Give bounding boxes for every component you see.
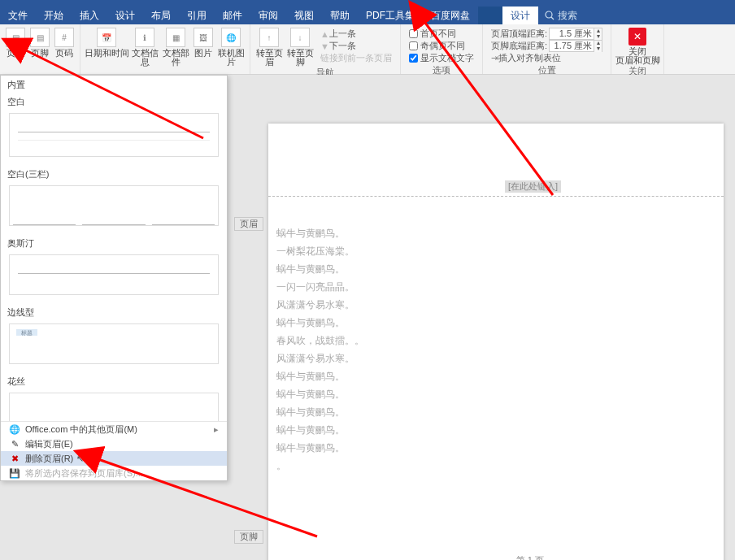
tab-mailings[interactable]: 邮件 bbox=[215, 7, 250, 24]
link-previous-button[interactable]: 链接到前一条页眉 bbox=[320, 52, 392, 64]
docinfo-icon: ℹ bbox=[135, 28, 154, 47]
next-label: 下一条 bbox=[329, 40, 356, 52]
goto-footer-icon: ↓ bbox=[290, 28, 310, 47]
gallery-category-builtin: 内置 bbox=[1, 76, 227, 93]
goto-footer-button[interactable]: ↓ 转至页脚 bbox=[285, 26, 315, 67]
header-button[interactable]: ▤ 页眉 bbox=[3, 26, 28, 58]
tab-file[interactable]: 文件 bbox=[0, 7, 36, 24]
group-position: 页眉顶端距离: 1.5 厘米▴▾ 页脚底端距离: 1.75 厘米▴▾ ⇥ 插入对… bbox=[483, 24, 611, 74]
pagenum-button[interactable]: # 页码 bbox=[52, 26, 76, 58]
insert-align-tab-button[interactable]: ⇥ 插入对齐制表位 bbox=[491, 52, 602, 64]
tab-design[interactable]: 设计 bbox=[107, 7, 143, 24]
tab-headerfooter-design[interactable]: 设计 bbox=[502, 7, 538, 24]
body-line: 蜗牛与黄鹂鸟。 bbox=[276, 314, 364, 332]
group-close: ✕ 关闭页眉和页脚 关闭 bbox=[611, 24, 664, 74]
gallery-item-whisp[interactable] bbox=[9, 393, 219, 421]
save-icon: 💾 bbox=[9, 468, 20, 479]
different-oddeven-checkbox[interactable]: 奇偶页不同 bbox=[409, 40, 474, 52]
document-body: 蜗牛与黄鹂鸟。 一树梨花压海棠。 蜗牛与黄鹂鸟。 一闪一闪亮晶晶。 风潇潇兮易水… bbox=[276, 224, 364, 475]
footer-distance-row: 页脚底端距离: 1.75 厘米▴▾ bbox=[491, 40, 602, 52]
tab-insert[interactable]: 插入 bbox=[72, 7, 107, 24]
onlinepic-icon: 🌐 bbox=[221, 28, 241, 47]
gallery-item-austin[interactable] bbox=[9, 254, 219, 295]
pagenum-icon: # bbox=[54, 28, 74, 47]
body-line: 一闪一闪亮晶晶。 bbox=[276, 278, 364, 296]
tab-layout[interactable]: 布局 bbox=[143, 7, 179, 24]
goto-footer-label: 转至页脚 bbox=[285, 49, 315, 67]
docparts-icon: ▦ bbox=[166, 28, 185, 47]
group-options: 首页不同 奇偶页不同 显示文档文字 选项 bbox=[401, 24, 483, 74]
footer-button[interactable]: ▤ 页脚 bbox=[28, 26, 52, 58]
gallery-item-sideline[interactable]: 标题 bbox=[9, 323, 219, 364]
show-doctext-checkbox[interactable]: 显示文档文字 bbox=[409, 52, 474, 64]
tab-help[interactable]: 帮助 bbox=[322, 7, 358, 24]
tab-home[interactable]: 开始 bbox=[36, 7, 72, 24]
diff-first-label: 首页不同 bbox=[420, 28, 456, 40]
header-gallery-dropdown: 内置 空白 空白(三栏) 奥斯汀 边线型 标题 花丝 怀旧 🌐 Office.c… bbox=[0, 75, 228, 481]
datetime-icon: 📅 bbox=[97, 28, 116, 47]
datetime-button[interactable]: 📅 日期和时间 bbox=[84, 26, 129, 58]
goto-header-icon: ↑ bbox=[259, 28, 279, 47]
prev-section-button[interactable]: ▲ 上一条 bbox=[320, 28, 392, 40]
footer-distance-input[interactable]: 1.75 厘米▴▾ bbox=[549, 40, 602, 52]
gallery-category-blank3: 空白(三栏) bbox=[1, 165, 227, 182]
remove-header[interactable]: ✖ 删除页眉(R) ↖ bbox=[1, 451, 227, 466]
svg-line-1 bbox=[551, 17, 554, 20]
onlinepic-button[interactable]: 🌐 联机图片 bbox=[215, 26, 246, 67]
tab-references[interactable]: 引用 bbox=[179, 7, 215, 24]
header-distance-input[interactable]: 1.5 厘米▴▾ bbox=[549, 28, 602, 40]
close-headerfooter-button[interactable]: ✕ 关闭页眉和页脚 bbox=[615, 26, 660, 65]
docparts-button[interactable]: ▦ 文档部件 bbox=[160, 26, 191, 67]
search-label: 搜索 bbox=[558, 9, 577, 23]
cursor-icon: ↖ bbox=[76, 454, 84, 464]
gallery-category-austin: 奥斯汀 bbox=[1, 234, 227, 251]
header-distance-row: 页眉顶端距离: 1.5 厘米▴▾ bbox=[491, 28, 602, 40]
header-placeholder[interactable]: [在此处键入] bbox=[505, 180, 561, 193]
edit-header[interactable]: ✎ 编辑页眉(E) bbox=[1, 436, 227, 451]
body-line: 蜗牛与黄鹂鸟。 bbox=[276, 439, 364, 457]
header-dist-label: 页眉顶端距离: bbox=[491, 28, 547, 40]
body-line: 蜗牛与黄鹂鸟。 bbox=[276, 367, 364, 385]
pagenum-label: 页码 bbox=[55, 49, 73, 58]
more-office-headers[interactable]: 🌐 Office.com 中的其他页眉(M) ▸ bbox=[1, 422, 227, 436]
datetime-label: 日期和时间 bbox=[85, 49, 129, 58]
gallery-category-whisp: 花丝 bbox=[1, 372, 227, 389]
body-line: 蜗牛与黄鹂鸟。 bbox=[276, 403, 364, 421]
gallery-item-blank3[interactable] bbox=[9, 185, 219, 226]
edit-header-label: 编辑页眉(E) bbox=[25, 438, 73, 450]
tab-review[interactable]: 审阅 bbox=[250, 7, 286, 24]
tab-baidu[interactable]: 百度网盘 bbox=[423, 7, 478, 24]
docinfo-button[interactable]: ℹ 文档信息 bbox=[129, 26, 160, 67]
footer-label: 页脚 bbox=[31, 49, 49, 58]
gallery-scroll[interactable]: 内置 空白 空白(三栏) 奥斯汀 边线型 标题 花丝 怀旧 bbox=[1, 76, 227, 421]
globe-icon: 🌐 bbox=[9, 424, 20, 435]
body-line: 蜗牛与黄鹂鸟。 bbox=[276, 385, 364, 403]
ribbon-tabs: 文件 开始 插入 设计 布局 引用 邮件 审阅 视图 帮助 PDF工具集 百度网… bbox=[0, 7, 735, 24]
page[interactable]: [在此处键入] 页眉 蜗牛与黄鹂鸟。 一树梨花压海棠。 蜗牛与黄鹂鸟。 一闪一闪… bbox=[268, 124, 724, 560]
different-first-checkbox[interactable]: 首页不同 bbox=[409, 28, 474, 40]
prev-label: 上一条 bbox=[329, 28, 356, 40]
body-line: 春风吹，战鼓擂。。 bbox=[276, 332, 364, 349]
edit-icon: ✎ bbox=[9, 439, 20, 449]
next-section-button[interactable]: ▼ 下一条 bbox=[320, 40, 392, 52]
tab-pdf[interactable]: PDF工具集 bbox=[358, 7, 423, 24]
gallery-menu: 🌐 Office.com 中的其他页眉(M) ▸ ✎ 编辑页眉(E) ✖ 删除页… bbox=[1, 421, 227, 480]
gallery-category-blank: 空白 bbox=[1, 93, 227, 110]
picture-button[interactable]: 🖼 图片 bbox=[191, 26, 215, 58]
footer-icon: ▤ bbox=[30, 28, 50, 47]
gallery-item-blank[interactable] bbox=[9, 113, 219, 157]
spin-down-icon[interactable]: ▾ bbox=[594, 46, 602, 52]
save-selection-label: 将所选内容保存到页眉库(S)... bbox=[25, 467, 143, 480]
group-navigation: ↑ 转至页眉 ↓ 转至页脚 ▲ 上一条 ▼ 下一条 链接到前一条页眉 导航 bbox=[250, 24, 401, 74]
header-dist-value: 1.5 厘米 bbox=[550, 28, 594, 40]
tab-view[interactable]: 视图 bbox=[286, 7, 322, 24]
header-region[interactable]: [在此处键入] bbox=[268, 124, 724, 197]
remove-icon: ✖ bbox=[9, 454, 20, 464]
goto-header-button[interactable]: ↑ 转至页眉 bbox=[254, 26, 285, 67]
goto-header-label: 转至页眉 bbox=[254, 49, 285, 67]
link-prev-label: 链接到前一条页眉 bbox=[320, 52, 392, 64]
footer-dist-value: 1.75 厘米 bbox=[550, 40, 594, 52]
remove-header-label: 删除页眉(R) bbox=[25, 453, 73, 465]
tell-me-search[interactable]: 搜索 bbox=[538, 9, 584, 23]
docinfo-label: 文档信息 bbox=[129, 49, 160, 67]
